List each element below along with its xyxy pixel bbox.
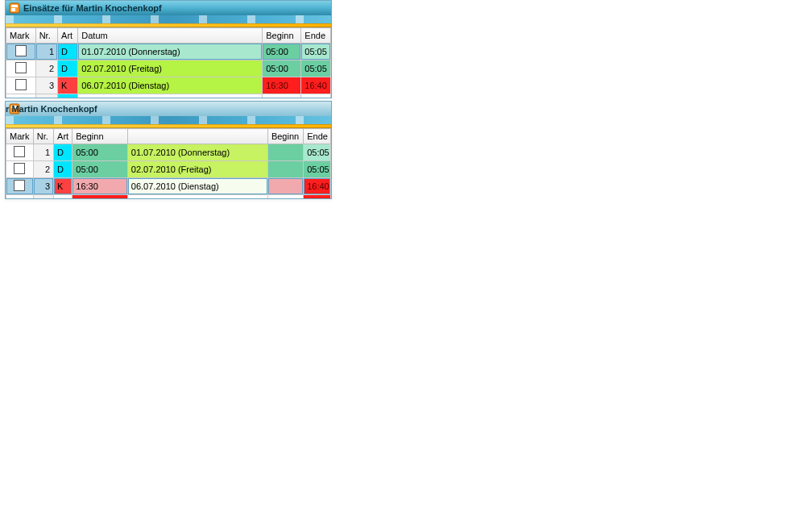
toolbar-gloss bbox=[6, 15, 331, 23]
titlebar-b: Einsätze für Martin Knochenkopf bbox=[6, 102, 331, 116]
beginn-cell: 05:00 bbox=[263, 60, 301, 77]
art-cell: D bbox=[54, 144, 72, 161]
data-grid-a[interactable]: Mark Nr. Art Datum Beginn Ende 1D01.07.2… bbox=[6, 27, 331, 98]
table-row[interactable]: 3K06.07.2010 (Dienstag)16:3016:40 bbox=[6, 77, 331, 94]
nr-cell: 2 bbox=[35, 60, 57, 77]
beginn-cell: 05:00 bbox=[263, 44, 301, 60]
mark-cell[interactable] bbox=[6, 44, 36, 60]
col-header-art[interactable]: Art bbox=[54, 129, 72, 144]
titlebar-a: Einsätze für Martin Knochenkopf bbox=[6, 1, 331, 15]
checkbox-icon[interactable] bbox=[14, 163, 25, 174]
col-header-mark[interactable]: Mark bbox=[6, 28, 36, 44]
col-header-datum[interactable]: Datum bbox=[78, 28, 263, 44]
datum-cell: 06.07.2010 (Dienstag) bbox=[78, 77, 263, 94]
col-header-blank[interactable] bbox=[127, 129, 267, 144]
mark-cell[interactable] bbox=[6, 144, 34, 161]
datum-cell: 06.07.2010 (Dienstag) bbox=[127, 178, 267, 195]
art-cell: D bbox=[54, 161, 72, 178]
col-header-nr[interactable]: Nr. bbox=[33, 129, 53, 144]
table-row[interactable]: 2D05:0002.07.2010 (Freitag)05:05 bbox=[6, 161, 331, 178]
data-grid-b[interactable]: Mark Nr. Art Beginn Beginn Ende 1D05:000… bbox=[6, 128, 331, 198]
col-header-nr[interactable]: Nr. bbox=[35, 28, 57, 44]
table-header-row: Mark Nr. Art Datum Beginn Ende bbox=[6, 28, 331, 44]
col-header-ende[interactable]: Ende bbox=[301, 28, 331, 44]
app-icon bbox=[9, 2, 20, 14]
table-row[interactable] bbox=[6, 94, 331, 98]
col-header-ende[interactable]: Ende bbox=[304, 129, 331, 144]
art-cell: D bbox=[58, 60, 78, 77]
checkbox-icon[interactable] bbox=[15, 62, 27, 73]
col-header-beginn2[interactable]: Beginn bbox=[267, 129, 303, 144]
col-header-mark[interactable]: Mark bbox=[6, 129, 34, 144]
beginn-cell: 05:00 bbox=[72, 144, 128, 161]
table-row[interactable]: 3K16:3006.07.2010 (Dienstag)16:40 bbox=[6, 178, 331, 195]
nr-cell: 1 bbox=[35, 44, 57, 60]
table-row[interactable] bbox=[6, 195, 331, 199]
col-header-art[interactable]: Art bbox=[58, 28, 78, 44]
nr-cell: 3 bbox=[35, 77, 57, 94]
svg-rect-2 bbox=[11, 8, 15, 11]
art-cell: D bbox=[58, 44, 78, 60]
window-title: Einsätze für Martin Knochenkopf bbox=[23, 3, 162, 13]
beginn2-cell bbox=[267, 144, 303, 161]
mark-cell[interactable] bbox=[6, 60, 36, 77]
art-cell: K bbox=[54, 178, 72, 195]
window-title: Einsätze für Martin Knochenkopf bbox=[23, 104, 97, 114]
datum-cell: 02.07.2010 (Freitag) bbox=[127, 161, 267, 178]
ende-cell: 05:05 bbox=[304, 161, 331, 178]
ende-cell: 05:05 bbox=[301, 44, 331, 60]
ende-cell: 05:05 bbox=[301, 60, 331, 77]
ende-cell: 16:40 bbox=[301, 77, 331, 94]
mark-cell[interactable] bbox=[6, 178, 34, 195]
ende-cell: 16:40 bbox=[304, 178, 331, 195]
mark-cell[interactable] bbox=[6, 77, 36, 94]
checkbox-icon[interactable] bbox=[14, 180, 25, 191]
table-row[interactable]: 1D05:0001.07.2010 (Donnerstag)05:05 bbox=[6, 144, 331, 161]
nr-cell: 1 bbox=[33, 144, 53, 161]
beginn-cell: 05:00 bbox=[72, 161, 128, 178]
toolbar-gloss bbox=[6, 116, 331, 124]
beginn-cell: 16:30 bbox=[263, 77, 301, 94]
beginn-cell: 16:30 bbox=[72, 178, 128, 195]
nr-cell: 3 bbox=[33, 178, 53, 195]
datum-cell: 01.07.2010 (Donnerstag) bbox=[127, 144, 267, 161]
checkbox-icon[interactable] bbox=[14, 146, 25, 157]
ende-cell: 05:05 bbox=[304, 144, 331, 161]
checkbox-icon[interactable] bbox=[15, 45, 27, 56]
col-header-beginn[interactable]: Beginn bbox=[263, 28, 301, 44]
beginn2-cell bbox=[267, 161, 303, 178]
datum-cell: 02.07.2010 (Freitag) bbox=[78, 60, 263, 77]
table-row[interactable]: 2D02.07.2010 (Freitag)05:0005:05 bbox=[6, 60, 331, 77]
table-header-row: Mark Nr. Art Beginn Beginn Ende bbox=[6, 129, 331, 144]
panel-a: Einsätze für Martin Knochenkopf Mark Nr.… bbox=[5, 0, 332, 98]
svg-rect-1 bbox=[11, 5, 18, 7]
datum-cell: 01.07.2010 (Donnerstag) bbox=[78, 44, 263, 60]
art-cell: K bbox=[58, 77, 78, 94]
beginn2-cell bbox=[267, 178, 303, 195]
table-row[interactable]: 1D01.07.2010 (Donnerstag)05:0005:05 bbox=[6, 44, 331, 60]
checkbox-icon[interactable] bbox=[15, 79, 27, 90]
mark-cell[interactable] bbox=[6, 161, 34, 178]
panel-b: Einsätze für Martin Knochenkopf Mark Nr.… bbox=[5, 101, 332, 199]
nr-cell: 2 bbox=[33, 161, 53, 178]
col-header-beginn[interactable]: Beginn bbox=[72, 129, 128, 144]
